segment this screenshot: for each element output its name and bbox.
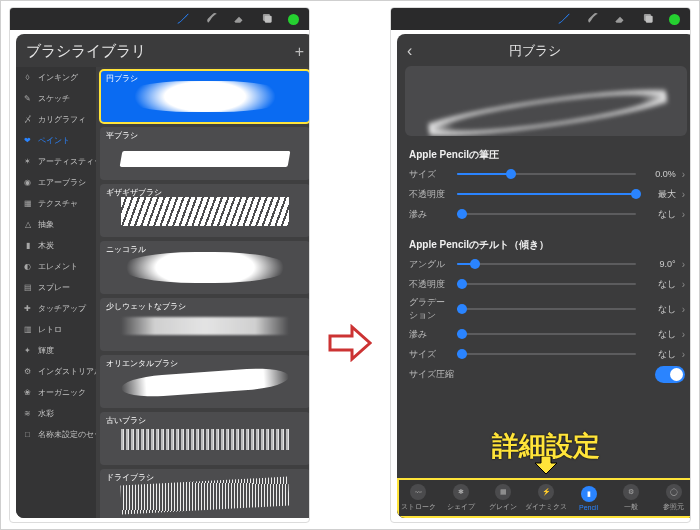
footer-tab-label: シェイプ [447, 502, 475, 512]
svg-rect-1 [265, 15, 272, 22]
brush-item[interactable]: ニッコラル [100, 241, 310, 294]
top-toolbar [391, 8, 690, 30]
brush-tool-icon[interactable] [176, 11, 190, 28]
slider-row: 不透明度最大› [397, 184, 691, 204]
category-label: 抽象 [38, 219, 54, 230]
slider[interactable] [457, 256, 636, 272]
down-arrow-icon [535, 456, 557, 478]
category-item[interactable]: ❀オーガニック [16, 382, 96, 403]
grain-icon: ▦ [495, 484, 511, 500]
category-item[interactable]: 〆カリグラフィ [16, 109, 96, 130]
category-label: インダストリアル [38, 366, 96, 377]
chevron-right-icon[interactable]: › [682, 304, 685, 315]
size-compress-toggle[interactable] [655, 366, 685, 383]
footer-tab-general[interactable]: ⚙一般 [610, 478, 653, 518]
slider-value: 9.0° [642, 259, 676, 269]
footer-tab-pencil[interactable]: ▮Pencil [567, 478, 610, 518]
chevron-right-icon[interactable]: › [682, 329, 685, 340]
layers-tool-icon[interactable] [641, 11, 655, 28]
brush-item[interactable]: 円ブラシ [100, 70, 310, 123]
chevron-right-icon[interactable]: › [682, 279, 685, 290]
brush-item[interactable]: 古いブラシ [100, 412, 310, 465]
color-swatch[interactable] [288, 14, 299, 25]
category-label: オーガニック [38, 387, 86, 398]
size-compress-label: サイズ圧縮 [409, 368, 649, 381]
category-item[interactable]: ⚙インダストリアル [16, 361, 96, 382]
slider[interactable] [457, 301, 636, 317]
category-item[interactable]: □名称未設定のセット [16, 424, 96, 445]
category-item[interactable]: ◊インキング [16, 67, 96, 88]
smudge-tool-icon[interactable] [204, 11, 218, 28]
slider-label: 不透明度 [409, 188, 451, 201]
category-item[interactable]: ▤スプレー [16, 277, 96, 298]
category-label: スケッチ [38, 93, 70, 104]
panel-title: ブラシライブラリ [26, 42, 287, 61]
category-item[interactable]: ◉エアーブラシ [16, 172, 96, 193]
category-item[interactable]: ▮木炭 [16, 235, 96, 256]
footer-tab-stroke[interactable]: 〰ストローク [397, 478, 440, 518]
footer-tab-grain[interactable]: ▦グレイン [482, 478, 525, 518]
slider-value: なし [642, 208, 676, 221]
brush-item[interactable]: 平ブラシ [100, 127, 310, 180]
chevron-right-icon[interactable]: › [682, 349, 685, 360]
category-item[interactable]: ✚タッチアップ [16, 298, 96, 319]
slider-row: グラデーションなし› [397, 294, 691, 324]
slider-label: 不透明度 [409, 278, 451, 291]
slider[interactable] [457, 206, 636, 222]
category-item[interactable]: ▥レトロ [16, 319, 96, 340]
settings-title: 円ブラシ [398, 42, 671, 60]
erase-tool-icon[interactable] [613, 11, 627, 28]
slider-value: なし [642, 303, 676, 316]
charcoal-icon: ▮ [22, 240, 33, 251]
category-label: レトロ [38, 324, 62, 335]
color-swatch[interactable] [669, 14, 680, 25]
category-item[interactable]: ✎スケッチ [16, 88, 96, 109]
footer-tab-label: ダイナミクス [525, 502, 567, 512]
footer-tab-dynamics[interactable]: ⚡ダイナミクス [525, 478, 568, 518]
brush-tool-icon[interactable] [557, 11, 571, 28]
category-item[interactable]: ▦テクスチャ [16, 193, 96, 214]
category-item[interactable]: ≋水彩 [16, 403, 96, 424]
footer-tab-source[interactable]: ◯参照元 [652, 478, 691, 518]
brush-settings-panel: ‹ 円ブラシ Apple Pencilの筆圧 サイズ0.0%›不透明度最大›滲み… [397, 34, 691, 518]
category-item[interactable]: △抽象 [16, 214, 96, 235]
top-toolbar [10, 8, 309, 30]
slider[interactable] [457, 326, 636, 342]
slider[interactable] [457, 166, 636, 182]
slider-value: 最大 [642, 188, 676, 201]
layers-tool-icon[interactable] [260, 11, 274, 28]
category-item[interactable]: ✦輝度 [16, 340, 96, 361]
add-brush-icon[interactable]: + [295, 43, 304, 61]
spray-icon: ◉ [22, 177, 33, 188]
right-screen: ‹ 円ブラシ Apple Pencilの筆圧 サイズ0.0%›不透明度最大›滲み… [390, 7, 691, 523]
smudge-tool-icon[interactable] [585, 11, 599, 28]
brush-stroke-preview [120, 151, 291, 167]
brush-item[interactable]: オリエンタルブラシ [100, 355, 310, 408]
brush-item[interactable]: ギザギザブラシ [100, 184, 310, 237]
brush-item[interactable]: ドライブラシ [100, 469, 310, 518]
brush-stroke-preview [120, 367, 289, 400]
chevron-right-icon[interactable]: › [682, 209, 685, 220]
svg-marker-5 [535, 456, 557, 474]
category-label: テクスチャ [38, 198, 78, 209]
pencil-icon: ▮ [581, 486, 597, 502]
slider-value: なし [642, 328, 676, 341]
category-item[interactable]: ❤ペイント [16, 130, 96, 151]
chevron-right-icon[interactable]: › [682, 259, 685, 270]
category-item[interactable]: ✶アーティスティック [16, 151, 96, 172]
slider-row: サイズなし› [397, 344, 691, 364]
footer-tab-shape[interactable]: ✱シェイプ [440, 478, 483, 518]
general-icon: ⚙ [623, 484, 639, 500]
retro-icon: ▥ [22, 324, 33, 335]
slider[interactable] [457, 276, 636, 292]
slider[interactable] [457, 346, 636, 362]
chevron-right-icon[interactable]: › [682, 169, 685, 180]
brush-item[interactable]: 少しウェットなブラシ [100, 298, 310, 351]
dynamics-icon: ⚡ [538, 484, 554, 500]
footer-tab-label: Pencil [579, 504, 598, 511]
brush-name: ニッコラル [106, 244, 146, 255]
slider[interactable] [457, 186, 636, 202]
chevron-right-icon[interactable]: › [682, 189, 685, 200]
category-item[interactable]: ◐エレメント [16, 256, 96, 277]
erase-tool-icon[interactable] [232, 11, 246, 28]
